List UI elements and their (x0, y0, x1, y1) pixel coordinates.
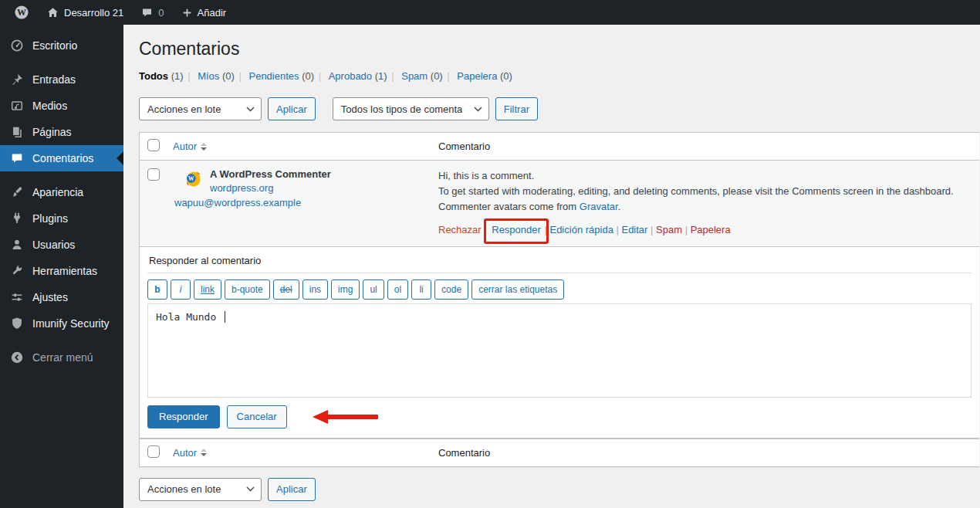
current-menu-arrow (117, 151, 123, 165)
sidebar-item-label: Usuarios (32, 239, 75, 251)
annotation-arrow (313, 410, 378, 424)
sort-icon (201, 449, 207, 456)
filter-aprobado-link[interactable]: Aprobado (1) (329, 70, 387, 82)
sidebar-item-plugins[interactable]: Plugins (0, 205, 123, 232)
add-new-menu[interactable]: Añadir (175, 0, 233, 25)
rechazar-link[interactable]: Rechazar (438, 224, 482, 235)
sidebar-item-medios[interactable]: Medios (0, 93, 123, 119)
site-name: Desarrollo 21 (64, 7, 123, 19)
chevron-down-icon (246, 486, 255, 492)
gravatar-link[interactable]: Gravatar (580, 201, 618, 212)
sidebar-item-label: Páginas (32, 126, 72, 138)
pages-icon (9, 125, 25, 139)
text-cursor (225, 311, 225, 323)
edicion-rapida-link[interactable]: Edición rápida (549, 224, 613, 235)
sidebar-item-imunify-security[interactable]: Imunify Security (0, 310, 123, 337)
chevron-down-icon (246, 107, 255, 112)
sidebar-item-label: Entradas (32, 73, 76, 86)
plug-icon (9, 212, 25, 225)
sidebar-item-entradas[interactable]: Entradas (0, 66, 123, 93)
quicktag-bold-button[interactable]: b (147, 279, 167, 300)
quicktag-img-button[interactable]: img (331, 279, 360, 300)
sidebar-item-comentarios[interactable]: Comentarios (0, 145, 123, 171)
select-all-checkbox-bottom[interactable] (147, 445, 160, 458)
quicktag-ul-button[interactable]: ul (363, 279, 384, 300)
action-editar: Editar (621, 224, 656, 235)
reply-cancel-button[interactable]: Cancelar (227, 405, 287, 428)
papelera-link[interactable]: Papelera (691, 224, 731, 235)
svg-text:W: W (188, 175, 194, 182)
sidebar-item-label: Escritorio (32, 39, 77, 52)
svg-text:W: W (17, 7, 26, 18)
reply-submit-button[interactable]: Responder (147, 405, 220, 428)
wrench-icon (9, 264, 25, 278)
quicktag-italic-button[interactable]: i (171, 279, 191, 300)
filter-papelera-link[interactable]: Papelera (0) (457, 70, 512, 82)
quicktag-li-button[interactable]: li (411, 279, 431, 300)
bulk-actions-select[interactable]: Acciones en lote (139, 97, 262, 120)
quicktag-ol-button[interactable]: ol (387, 279, 408, 300)
action-edicion-rapida: Edición rápida (549, 224, 621, 235)
media-icon (9, 99, 25, 113)
comment-author-url[interactable]: wordpress.org (174, 182, 426, 194)
comment-author-name: A WordPress Commenter (210, 167, 331, 180)
bottom-toolbar: Acciones en lote Aplicar (139, 478, 980, 501)
apply-button[interactable]: Aplicar (268, 97, 316, 120)
bulk-actions-select-bottom[interactable]: Acciones en lote (139, 478, 262, 501)
responder-link[interactable]: Responder (492, 224, 541, 235)
sidebar-item-escritorio[interactable]: Escritorio (0, 32, 123, 59)
user-icon (9, 238, 25, 252)
filter-button[interactable]: Filtrar (495, 97, 538, 120)
sliders-icon (9, 290, 25, 304)
wordpress-logo-menu[interactable]: W (8, 0, 35, 25)
reply-textarea[interactable]: Hola Mundo (147, 303, 972, 398)
author-column-footer[interactable]: Autor (173, 447, 207, 459)
author-cell: W A WordPress Commenter wordpress.org wa… (167, 161, 432, 246)
comment-text: Hi, this is a comment. To get started wi… (438, 168, 973, 215)
admin-sidebar: Escritorio Entradas Medios Páginas Comen… (0, 25, 123, 508)
sidebar-item-label: Medios (32, 100, 67, 112)
filter-pendientes-link[interactable]: Pendientes (0) (248, 70, 314, 82)
filter-spam-link[interactable]: Spam (0) (401, 70, 442, 82)
spam-link[interactable]: Spam (656, 224, 682, 235)
editar-link[interactable]: Editar (621, 224, 647, 235)
quicktag-del-button[interactable]: del (273, 279, 299, 300)
sidebar-item-ajustes[interactable]: Ajustes (0, 284, 123, 310)
action-rechazar: Rechazar (438, 224, 489, 235)
filter-mios-link[interactable]: Míos (0) (198, 70, 235, 82)
select-all-checkbox[interactable] (147, 139, 160, 151)
quicktag-ins-button[interactable]: ins (302, 279, 328, 300)
filter-todos-link[interactable]: Todos (1) (139, 70, 184, 82)
brush-icon (9, 185, 25, 199)
comments-menu[interactable]: 0 (134, 0, 170, 25)
site-name-menu[interactable]: Desarrollo 21 (40, 0, 130, 25)
comment-bubble-icon (140, 6, 154, 19)
reply-form: Responder al comentario b i link b-quote… (140, 247, 979, 439)
comment-author-email[interactable]: wapuu@wordpress.example (174, 197, 426, 208)
pending-comments-count: 0 (158, 7, 164, 19)
collapse-menu-button[interactable]: Cerrar menú (0, 344, 123, 371)
sidebar-item-label: Herramientas (32, 265, 97, 277)
table-header-row: Autor Comentario (140, 133, 979, 161)
collapse-menu-label: Cerrar menú (32, 351, 93, 364)
comment-cell: Hi, this is a comment. To get started wi… (432, 161, 979, 246)
quicktag-close-tags-button[interactable]: cerrar las etiquetas (471, 279, 564, 300)
comment-type-select[interactable]: Todos los tipos de comenta (333, 97, 489, 120)
filter-aprobado: Aprobado (1) (329, 70, 399, 82)
filter-mios: Míos (0) (198, 70, 246, 82)
apply-button-bottom[interactable]: Aplicar (268, 478, 316, 501)
author-column-header[interactable]: Autor (173, 141, 207, 152)
pin-icon (9, 73, 25, 86)
sidebar-item-herramientas[interactable]: Herramientas (0, 258, 123, 284)
home-icon (46, 6, 59, 19)
sidebar-item-label: Ajustes (32, 291, 68, 303)
row-checkbox[interactable] (147, 168, 160, 181)
sidebar-item-label: Plugins (32, 212, 68, 225)
avatar: W (184, 170, 202, 188)
quicktag-link-button[interactable]: link (194, 279, 221, 300)
quicktag-code-button[interactable]: code (434, 279, 468, 300)
sidebar-item-paginas[interactable]: Páginas (0, 119, 123, 145)
sidebar-item-apariencia[interactable]: Apariencia (0, 179, 123, 205)
quicktag-bquote-button[interactable]: b-quote (225, 279, 270, 300)
sidebar-item-usuarios[interactable]: Usuarios (0, 232, 123, 258)
